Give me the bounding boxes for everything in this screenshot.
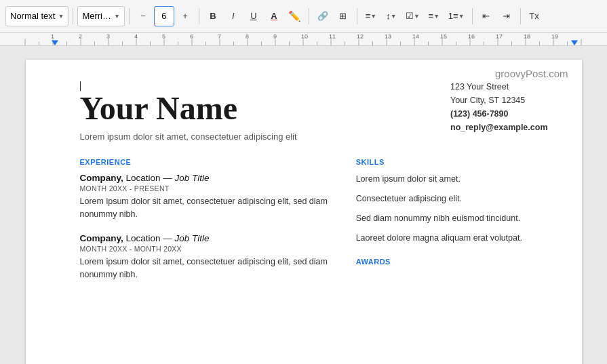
company-2: Company, — [80, 233, 123, 243]
skill-2: Consectetuer adipiscing elit. — [356, 193, 548, 205]
job-title-1: Company, Location — Job Title — [80, 173, 336, 183]
job-desc-2: Lorem ipsum dolor sit amet, consectetuer… — [80, 256, 336, 281]
separator-2 — [129, 8, 130, 24]
separator-6 — [472, 8, 473, 24]
address-line1: 123 Your Street — [450, 80, 548, 94]
text-color-button[interactable]: A — [265, 6, 283, 26]
clear-formatting-button[interactable]: Tx — [525, 6, 544, 26]
decrease-indent-button[interactable]: ⇤ — [477, 6, 496, 26]
checklist-button[interactable]: ☑▼ — [402, 6, 423, 26]
jobtitle-1: Job Title — [175, 173, 210, 183]
separator-4 — [309, 8, 309, 24]
header-left: Your Name Lorem ipsum dolor sit amet, co… — [80, 80, 451, 144]
font-label: Merri… — [82, 11, 111, 21]
body-right: SKILLS Lorem ipsum dolor sit amet. Conse… — [356, 158, 548, 293]
your-name: Your Name — [80, 91, 451, 127]
font-dropdown[interactable]: Merri… ▼ — [77, 6, 125, 26]
align-button[interactable]: ≡▼ — [361, 6, 380, 26]
style-chevron-icon: ▼ — [58, 13, 64, 20]
ruler — [0, 33, 607, 46]
job-desc-1: Lorem ipsum dolor sit amet, consectetuer… — [80, 195, 336, 221]
job-date-1: MONTH 20XX - PRESENT — [80, 184, 336, 193]
italic-button[interactable]: I — [224, 6, 243, 26]
tagline: Lorem ipsum dolor sit amet, consectetuer… — [80, 132, 451, 142]
skills-title: SKILLS — [356, 158, 548, 166]
document-area[interactable]: groovyPost.com Your Name Lorem ipsum dol… — [0, 46, 607, 364]
ruler-canvas — [0, 33, 607, 45]
underline-button[interactable]: U — [244, 6, 263, 26]
separator-3 — [199, 8, 199, 24]
job-title-2: Company, Location — Job Title — [80, 233, 336, 243]
job-entry-1: Company, Location — Job Title MONTH 20XX… — [80, 173, 336, 221]
cursor-indicator — [80, 80, 451, 91]
list-button[interactable]: ≡▼ — [425, 6, 444, 26]
style-dropdown[interactable]: Normal text ▼ — [5, 6, 68, 26]
separator-7 — [520, 8, 521, 24]
skill-3: Sed diam nonummy nibh euismod tincidunt. — [356, 212, 548, 225]
toolbar: Normal text ▼ Merri… ▼ − + B I U A ✏️ 🔗 … — [0, 0, 607, 33]
link-button[interactable]: 🔗 — [313, 6, 332, 26]
phone: (123) 456-7890 — [450, 107, 548, 121]
job-date-2: MONTH 20XX - MONTH 20XX — [80, 245, 336, 253]
page: groovyPost.com Your Name Lorem ipsum dol… — [26, 60, 582, 364]
font-size-input[interactable] — [155, 11, 174, 21]
job-entry-2: Company, Location — Job Title MONTH 20XX… — [80, 233, 336, 281]
skill-1: Lorem ipsum dolor sit amet. — [356, 173, 548, 186]
font-chevron-icon: ▼ — [114, 13, 120, 20]
email: no_reply@example.com — [450, 121, 548, 134]
company-1: Company, — [80, 173, 123, 183]
jobtitle-2: Job Title — [175, 233, 210, 243]
resume-header: Your Name Lorem ipsum dolor sit amet, co… — [80, 80, 548, 144]
separator-5 — [357, 8, 357, 24]
line-spacing-button[interactable]: ↕▼ — [382, 6, 401, 26]
body-left: EXPERIENCE Company, Location — Job Title… — [80, 158, 336, 293]
font-size-increase-button[interactable]: + — [176, 6, 195, 26]
highlight-button[interactable]: ✏️ — [285, 6, 305, 26]
style-label: Normal text — [10, 11, 55, 21]
font-size-decrease-button[interactable]: − — [134, 6, 153, 26]
skill-4: Laoreet dolore magna aliquam erat volutp… — [356, 232, 548, 245]
bold-button[interactable]: B — [203, 6, 222, 26]
watermark: groovyPost.com — [495, 68, 568, 79]
separator-1 — [73, 8, 73, 24]
experience-title: EXPERIENCE — [80, 158, 336, 166]
insert-button[interactable]: ⊞ — [334, 6, 353, 26]
address-line2: Your City, ST 12345 — [450, 94, 548, 107]
awards-title: AWARDS — [356, 258, 548, 266]
increase-indent-button[interactable]: ⇥ — [497, 6, 516, 26]
ordered-list-button[interactable]: 1≡▼ — [445, 6, 468, 26]
font-size-box — [154, 6, 174, 26]
resume-body: EXPERIENCE Company, Location — Job Title… — [80, 158, 548, 293]
header-right: 123 Your Street Your City, ST 12345 (123… — [450, 80, 548, 134]
